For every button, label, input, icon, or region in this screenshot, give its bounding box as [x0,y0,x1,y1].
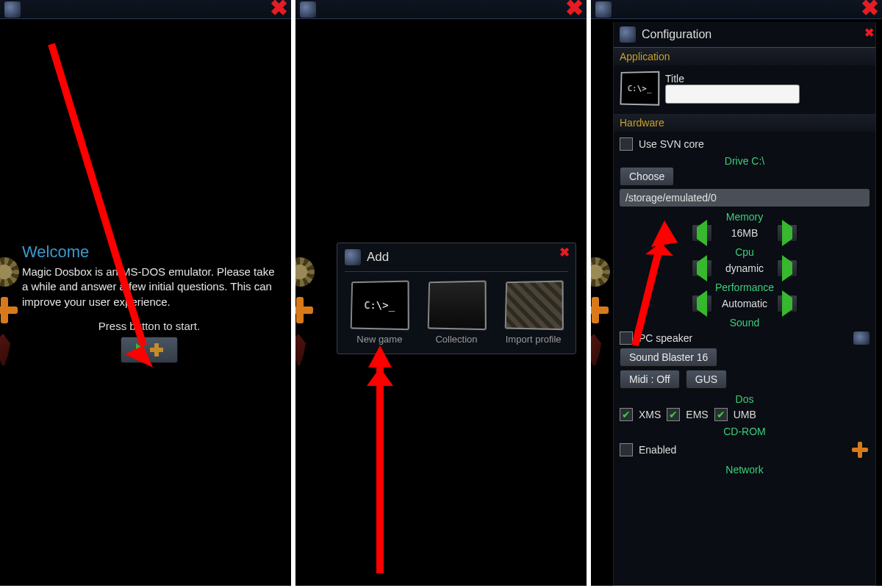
add-dialog-options: C:\>_ New game Collection Import profile [345,281,568,345]
start-button[interactable] [121,337,178,363]
checkbox-pcspeaker[interactable] [620,331,633,345]
add-icon[interactable] [591,295,610,325]
add-icon[interactable] [0,295,19,325]
add-dialog-title: Add [367,250,389,265]
sound-config-icon[interactable] [853,331,870,345]
svg-marker-3 [367,368,393,386]
network-label: Network [620,464,870,476]
right-arrow-icon [782,220,792,246]
feather-icon[interactable] [0,334,16,366]
close-icon[interactable]: ✖ [565,0,584,16]
close-icon[interactable]: ✖ [864,25,874,41]
add-dialog-header: Add ✖ [345,243,568,272]
memory-stepper: 16MB [620,224,870,242]
configuration-header: Configuration ✖ [614,22,875,48]
cpu-decrease[interactable] [692,259,712,277]
configuration-title: Configuration [642,28,711,41]
sidebar-tools [0,257,19,366]
performance-decrease[interactable] [692,295,712,312]
cdrom-enabled-label: Enabled [639,444,676,456]
dos-prompt-icon: C:\>_ [351,281,409,331]
crate-icon [504,281,563,331]
add-option-label: Import profile [498,334,568,345]
performance-increase[interactable] [777,295,797,312]
cpu-label: Cpu [620,246,870,258]
drive-path-value[interactable]: /storage/emulated/0 [620,189,870,207]
dos-prompt-icon[interactable]: C:\>_ [620,71,659,106]
settings-gear-icon[interactable] [0,257,19,287]
title-field-label: Title [665,73,870,85]
add-cdrom-icon[interactable] [850,440,870,459]
drive-c-label: Drive C:\ [620,155,870,167]
cpu-stepper: dynamic [620,259,870,277]
app-logo-icon [4,1,21,18]
app-logo-icon [345,249,361,265]
add-option-label: New game [345,334,415,345]
feather-icon[interactable] [295,334,312,366]
screenshot-2: ✖ Add ✖ C:\>_ New game Collection Import… [295,0,587,588]
section-hardware: Hardware [614,114,875,132]
add-option-import-profile[interactable]: Import profile [498,281,568,345]
close-icon[interactable]: ✖ [559,245,570,261]
performance-label: Performance [620,282,870,293]
checkbox-ems[interactable] [667,408,680,421]
ems-label: EMS [686,409,708,420]
add-option-new-game[interactable]: C:\>_ New game [345,281,415,345]
close-icon[interactable]: ✖ [270,0,288,16]
add-dialog: Add ✖ C:\>_ New game Collection Import p… [337,243,576,354]
close-icon[interactable]: ✖ [861,0,879,16]
choose-button[interactable]: Choose [620,167,674,186]
cpu-value: dynamic [718,262,771,274]
svn-core-row[interactable]: Use SVN core [620,137,870,151]
checkbox-svn[interactable] [620,137,633,151]
memory-label: Memory [620,211,870,223]
sidebar-tools [591,257,610,366]
checkbox-xms[interactable] [620,408,633,421]
left-arrow-icon [697,255,707,282]
app-logo-icon [620,26,636,43]
dpad-icon [150,343,163,356]
memory-increase[interactable] [777,224,797,242]
gus-button[interactable]: GUS [686,370,727,389]
checkbox-cdrom-enabled[interactable] [620,443,633,456]
dos-label: Dos [620,393,870,405]
performance-value: Automatic [718,298,771,309]
umb-label: UMB [734,409,756,420]
right-arrow-icon [782,255,792,282]
midi-button[interactable]: Midi : Off [620,370,680,389]
sound-blaster-button[interactable]: Sound Blaster 16 [620,348,717,367]
topbar: ✖ [0,0,291,19]
sidebar-tools [295,257,315,366]
add-option-label: Collection [422,334,492,345]
welcome-heading: Welcome [22,243,276,262]
performance-stepper: Automatic [620,295,870,312]
title-input[interactable] [665,85,800,104]
section-application: Application [614,48,875,65]
cpu-increase[interactable] [777,259,797,277]
screenshot-1: ✖ Welcome Magic Dosbox is an MS-DOS emul… [0,0,291,588]
start-prompt: Press button to start. [22,320,276,332]
configuration-panel: Configuration ✖ Application C:\>_ Title … [613,22,876,586]
welcome-box: Welcome Magic Dosbox is an MS-DOS emulat… [22,243,276,363]
right-arrow-icon [782,290,792,317]
xms-label: XMS [639,409,661,420]
left-arrow-icon [697,220,707,246]
add-option-collection[interactable]: Collection [422,281,492,345]
add-icon[interactable] [295,295,315,325]
settings-gear-icon[interactable] [295,257,315,287]
pcspeaker-label: PC speaker [639,332,692,344]
checkbox-umb[interactable] [714,408,728,421]
annotation-arrow-2 [358,345,402,583]
feather-icon[interactable] [591,334,607,366]
play-icon [136,343,146,356]
left-arrow-icon [697,290,707,317]
pc-speaker-row[interactable]: PC speaker [620,331,870,345]
sound-label: Sound [620,317,870,329]
app-logo-icon [300,1,316,18]
folder-icon [428,281,487,331]
memory-decrease[interactable] [692,224,712,242]
app-logo-icon [595,1,612,18]
topbar: ✖ [591,0,882,19]
screenshot-3: ✖ Configuration ✖ Application C:\>_ Titl… [591,0,882,588]
settings-gear-icon[interactable] [591,257,610,287]
